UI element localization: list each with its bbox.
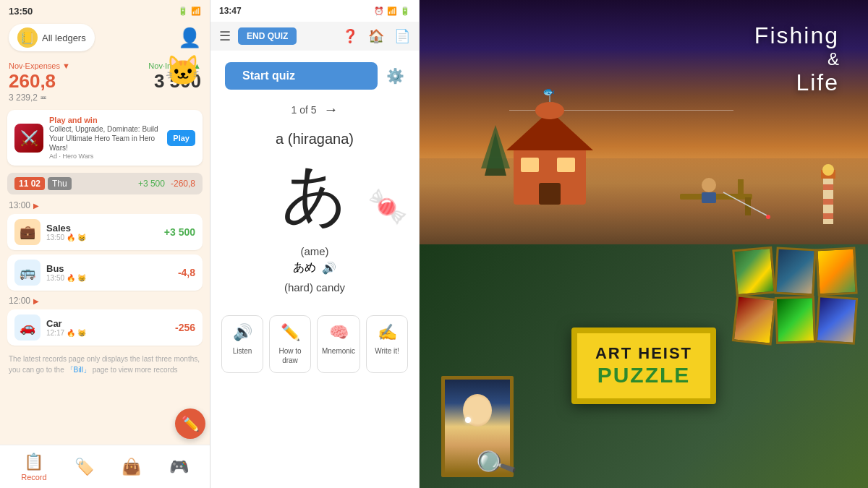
- word-meaning: (hard) candy: [210, 281, 419, 294]
- progress-text: 1 of 5: [291, 104, 316, 116]
- write-it-button[interactable]: ✍️ Write it!: [366, 315, 408, 373]
- mnemonic-label: Mnemonic: [322, 346, 355, 356]
- puzzle-title-text: PUZZLE: [595, 363, 692, 388]
- expenses-label: Nov·Expenses ▼: [9, 61, 148, 70]
- reading-kana: あめ: [293, 260, 316, 275]
- draw-icon: ✏️: [281, 323, 300, 342]
- fishing-life-game: 🐟: [420, 0, 868, 244]
- transaction-amount: +3 500: [164, 226, 195, 238]
- right-panel: 🐟: [420, 0, 868, 488]
- tag-icon: 🏷️: [75, 458, 94, 476]
- dock-svg: [680, 158, 781, 230]
- all-ledgers-button[interactable]: 📒 All ledgers: [9, 24, 95, 51]
- date-expense: -260,8: [171, 179, 195, 189]
- quiz-actions: 🔊 Listen ✏️ How to draw 🧠 Mnemonic ✍️ Wr…: [210, 308, 419, 380]
- svg-rect-21: [823, 199, 833, 205]
- transaction-icon: 🚌: [14, 260, 41, 286]
- question-label: a (hiragana): [225, 131, 404, 147]
- footer-note: The latest records page only displays th…: [9, 354, 201, 375]
- date-income: +3 500: [138, 179, 165, 189]
- svg-rect-20: [823, 184, 833, 190]
- mnemonic-button[interactable]: 🧠 Mnemonic: [317, 315, 360, 373]
- fishing-title-life: Life: [754, 69, 839, 96]
- start-quiz-area: Start quiz ⚙️: [210, 51, 419, 95]
- svg-point-13: [702, 178, 716, 192]
- end-quiz-button[interactable]: END QUIZ: [238, 27, 297, 45]
- audio-icon[interactable]: 🔊: [322, 261, 336, 275]
- svg-rect-11: [738, 179, 744, 200]
- svg-rect-5: [521, 158, 539, 172]
- add-record-fab[interactable]: ✏️: [175, 408, 205, 439]
- expenses-block: Nov·Expenses ▼ 260,8 3 239,2 ≖: [9, 61, 148, 103]
- listen-label: Listen: [233, 346, 252, 356]
- signal-icon: 📶: [191, 7, 201, 16]
- hamburger-menu-icon[interactable]: ☰: [219, 28, 231, 44]
- ad-banner[interactable]: ⚔️ Play and win Collect, Upgrade, Domina…: [7, 110, 203, 166]
- card-2: [774, 247, 816, 296]
- svg-rect-6: [557, 158, 575, 172]
- nav-item-record[interactable]: 📋 Record: [21, 453, 46, 481]
- transaction-car[interactable]: 🚗 Car 12:17 🔥 😸 -256: [7, 309, 203, 346]
- reading-meaning-area: (ame) あめ 🔊 (hard) candy 🍬: [210, 245, 419, 301]
- fishing-scene: 🐟: [420, 0, 868, 244]
- art-heist-background: 🔍 ART HEIST PUZZLE: [420, 244, 868, 489]
- ad-play-button[interactable]: Play: [167, 130, 195, 146]
- transaction-time: 13:50 🔥 😸: [46, 274, 172, 282]
- date-row: 11 02 Thu +3 500 -260,8: [7, 173, 203, 194]
- time-group-1300: 13:00 ▶: [0, 197, 210, 212]
- date-amounts: +3 500 -260,8: [138, 179, 195, 189]
- expenses-sub: 3 239,2 ≖: [9, 93, 148, 103]
- quiz-question: a (hiragana) あ: [210, 124, 419, 245]
- start-quiz-button[interactable]: Start quiz: [225, 62, 378, 90]
- transaction-info: Car 12:17 🔥 😸: [46, 318, 169, 337]
- transaction-amount: -4,8: [178, 267, 195, 278]
- how-to-draw-button[interactable]: ✏️ How to draw: [269, 315, 311, 373]
- nav-item-2[interactable]: 🏷️: [75, 458, 94, 476]
- transaction-name: Bus: [46, 263, 172, 274]
- quiz-time: 13:47: [219, 6, 242, 16]
- transaction-time: 13:50 🔥 😸: [46, 234, 158, 241]
- ledger-label: All ledgers: [42, 33, 86, 43]
- monthly-stats: Nov·Expenses ▼ 260,8 3 239,2 ≖ Nov·Incom…: [0, 57, 210, 106]
- write-icon: ✍️: [378, 323, 397, 342]
- quiz-settings-icon[interactable]: ⚙️: [386, 67, 404, 85]
- transaction-name: Sales: [46, 223, 158, 234]
- transaction-bus[interactable]: 🚌 Bus 13:50 🔥 😸 -4,8: [7, 254, 203, 291]
- transaction-info: Bus 13:50 🔥 😸: [46, 263, 172, 282]
- record-icon: 📋: [24, 453, 43, 471]
- card-5: [775, 296, 816, 344]
- quiz-progress: 1 of 5 →: [210, 95, 419, 124]
- status-icons: 🔋 📶: [178, 7, 201, 16]
- art-heist-game: 🔍 ART HEIST PUZZLE: [420, 244, 868, 489]
- fishing-title-overlay: Fishing & Life: [754, 22, 839, 96]
- transaction-icon: 🚗: [14, 314, 41, 341]
- fishing-title-amp: &: [754, 49, 839, 69]
- next-arrow-icon[interactable]: →: [324, 101, 339, 118]
- transaction-sales[interactable]: 💼 Sales 13:50 🔥 😸 +3 500: [7, 214, 203, 250]
- quiz-navbar: ☰ END QUIZ ❓ 🏠 📄: [210, 22, 419, 51]
- reading-romaji: (ame): [210, 245, 419, 257]
- bookmark-icon[interactable]: 📄: [394, 28, 410, 44]
- art-heist-title-frame: ART HEIST PUZZLE: [571, 328, 716, 404]
- card-4: [732, 294, 776, 345]
- alarm-icon: ⏰: [374, 7, 384, 16]
- date-number: 11 02: [14, 177, 45, 190]
- svg-rect-7: [539, 183, 561, 205]
- transaction-icon: 💼: [14, 219, 41, 245]
- listen-button[interactable]: 🔊 Listen: [221, 315, 263, 373]
- ad-description: Collect, Upgrade, Dominate: Build Your U…: [49, 124, 161, 153]
- ledger-icon: 📒: [17, 27, 38, 48]
- ad-text: Play and win Collect, Upgrade, Dominate:…: [49, 116, 161, 160]
- quiz-status-bar: 13:47 ⏰ 📶 🔋: [210, 0, 419, 22]
- nav-item-4[interactable]: 🎮: [169, 458, 189, 476]
- svg-point-19: [822, 164, 834, 176]
- home-icon[interactable]: 🏠: [368, 28, 384, 44]
- ad-title: Play and win: [49, 116, 161, 124]
- card-3: [815, 247, 857, 296]
- help-icon[interactable]: ❓: [342, 28, 358, 44]
- japanese-quiz-app: 13:47 ⏰ 📶 🔋 ☰ END QUIZ ❓ 🏠 📄 Start quiz …: [210, 0, 420, 488]
- nav-item-3[interactable]: 👜: [122, 458, 141, 476]
- fishing-title-main: Fishing: [754, 22, 839, 49]
- avatar: 👤: [178, 27, 201, 49]
- quiz-status-icons: ⏰ 📶 🔋: [374, 7, 410, 16]
